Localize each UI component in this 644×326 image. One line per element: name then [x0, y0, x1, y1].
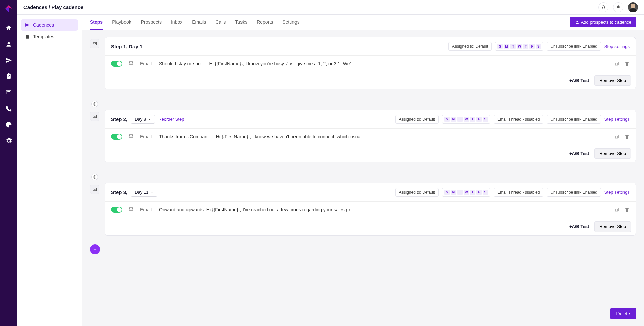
copy-icon[interactable]: [614, 134, 620, 139]
rail-mail-icon[interactable]: [5, 88, 13, 96]
ab-test-link[interactable]: +A/B Test: [569, 151, 589, 156]
copy-icon[interactable]: [614, 61, 620, 66]
tab-calls[interactable]: Calls: [215, 15, 226, 29]
days-chip: SMTWTFS: [442, 188, 490, 197]
sidebar: Cadences Templates: [17, 15, 82, 326]
row-type: Email: [140, 61, 152, 66]
thread-chip: Email Thread - disabled: [494, 115, 544, 124]
topbar: Cadences / Play cadence: [17, 0, 644, 15]
mail-icon: [128, 133, 134, 140]
apps-icon[interactable]: [584, 4, 591, 10]
row-subject: Onward and upwards: Hi {{FirstName}}, I'…: [159, 207, 608, 212]
sidebar-item-label: Templates: [33, 34, 54, 39]
insert-step-button[interactable]: [91, 101, 98, 107]
sidebar-item-label: Cadences: [33, 22, 54, 28]
remove-step-button[interactable]: Remove Step: [594, 75, 631, 86]
step-toggle[interactable]: [111, 207, 122, 213]
breadcrumb: Cadences / Play cadence: [23, 4, 83, 10]
bell-icon[interactable]: [613, 2, 623, 12]
step-title: Step 3,: [111, 189, 127, 195]
rail-send-icon[interactable]: [5, 56, 13, 64]
assigned-chip: Assigned to: Default: [395, 188, 439, 197]
step-settings-link[interactable]: Step settings: [604, 190, 630, 195]
tab-steps[interactable]: Steps: [90, 15, 103, 30]
unsub-chip: Unsubscribe link- Enabled: [547, 188, 601, 197]
add-prospects-button[interactable]: Add prospects to cadence: [570, 17, 636, 27]
unsub-chip: Unsubscribe link- Enabled: [547, 115, 601, 124]
remove-step-button[interactable]: Remove Step: [594, 221, 631, 232]
step-card: Step 3,Day 11Assigned to: DefaultSMTWTFS…: [105, 183, 636, 236]
row-subject: Should I stay or sho… : Hi {{FirstName}}…: [159, 61, 608, 66]
step-node-icon: [90, 39, 99, 48]
copy-icon[interactable]: [614, 207, 620, 212]
row-type: Email: [140, 207, 152, 212]
remove-step-button[interactable]: Remove Step: [594, 148, 631, 159]
add-step-button[interactable]: [90, 244, 100, 254]
insert-step-button[interactable]: [91, 174, 98, 180]
assigned-chip: Assigned to: Default: [448, 42, 492, 51]
tab-reports[interactable]: Reports: [257, 15, 273, 29]
step-title: Step 1, Day 1: [111, 44, 142, 49]
step-toggle[interactable]: [111, 61, 122, 67]
user-avatar[interactable]: [628, 2, 638, 12]
unsub-chip: Unsubscribe link- Enabled: [547, 42, 601, 51]
row-subject: Thanks from {{Compan… : Hi {{FirstName}}…: [159, 134, 608, 139]
step-toggle[interactable]: [111, 134, 122, 140]
tab-prospects[interactable]: Prospects: [141, 15, 162, 29]
rail-clipboard-icon[interactable]: [5, 72, 13, 80]
tab-emails[interactable]: Emails: [192, 15, 206, 29]
step-settings-link[interactable]: Step settings: [604, 44, 630, 49]
rail-settings-icon[interactable]: [5, 137, 13, 145]
step-card: Step 2,Day 8Reorder StepAssigned to: Def…: [105, 110, 636, 162]
sidebar-item-cadences[interactable]: Cadences: [21, 19, 78, 31]
reorder-step-link[interactable]: Reorder Step: [158, 117, 184, 122]
headset-icon[interactable]: [598, 2, 608, 12]
days-chip: SMTWTFS: [495, 42, 543, 51]
trash-icon[interactable]: [624, 207, 630, 212]
rail-home-icon[interactable]: [5, 24, 13, 32]
assigned-chip: Assigned to: Default: [395, 115, 439, 124]
row-type: Email: [140, 134, 152, 139]
step-title: Step 2,: [111, 116, 127, 122]
nav-rail: [0, 0, 17, 326]
sidebar-item-templates[interactable]: Templates: [21, 31, 78, 42]
rail-person-icon[interactable]: [5, 40, 13, 48]
mail-icon: [128, 206, 134, 213]
thread-chip: Email Thread - disabled: [494, 188, 544, 197]
rail-chart-icon[interactable]: [5, 121, 13, 129]
delete-button[interactable]: Delete: [610, 308, 636, 319]
day-select[interactable]: Day 11: [131, 188, 157, 197]
ab-test-link[interactable]: +A/B Test: [569, 224, 589, 229]
step-settings-link[interactable]: Step settings: [604, 117, 630, 122]
day-select[interactable]: Day 8: [131, 115, 155, 124]
step-card: Step 1, Day 1Assigned to: DefaultSMTWTFS…: [105, 37, 636, 89]
step-node-icon: [90, 112, 99, 121]
mail-icon: [128, 60, 134, 67]
trash-icon[interactable]: [624, 134, 630, 139]
tab-settings[interactable]: Settings: [282, 15, 300, 29]
tabs: StepsPlaybookProspectsInboxEmailsCallsTa…: [82, 15, 644, 30]
trash-icon[interactable]: [624, 61, 630, 66]
tab-inbox[interactable]: Inbox: [171, 15, 182, 29]
tab-playbook[interactable]: Playbook: [112, 15, 131, 29]
tab-tasks[interactable]: Tasks: [235, 15, 247, 29]
step-node-icon: [90, 185, 99, 194]
ab-test-link[interactable]: +A/B Test: [569, 78, 589, 83]
days-chip: SMTWTFS: [442, 115, 490, 124]
app-logo: [5, 5, 13, 13]
rail-phone-icon[interactable]: [5, 105, 13, 113]
